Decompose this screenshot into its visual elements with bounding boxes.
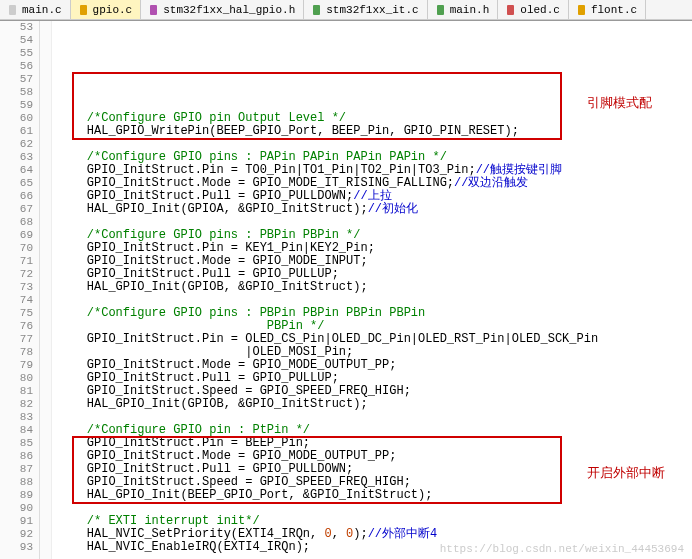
file-icon (577, 5, 587, 15)
line-number: 63 (0, 151, 33, 164)
line-number: 75 (0, 307, 33, 320)
tab-gpio-c[interactable]: gpio.c (71, 0, 142, 19)
tab-oled-c[interactable]: oled.c (498, 0, 569, 19)
line-number: 59 (0, 99, 33, 112)
line-number: 66 (0, 190, 33, 203)
code-line: HAL_GPIO_Init(GPIOB, &GPIO_InitStruct); (58, 281, 692, 294)
line-number: 60 (0, 112, 33, 125)
svg-rect-2 (150, 5, 157, 15)
file-icon (79, 5, 89, 15)
tab-label: stm32f1xx_it.c (326, 4, 418, 16)
tab-label: gpio.c (93, 4, 133, 16)
line-number: 89 (0, 489, 33, 502)
annotation-exti: 开启外部中断 (587, 466, 665, 479)
tab-flont-c[interactable]: flont.c (569, 0, 646, 19)
line-number: 80 (0, 372, 33, 385)
line-number: 82 (0, 398, 33, 411)
line-number: 86 (0, 450, 33, 463)
line-number: 62 (0, 138, 33, 151)
line-number: 72 (0, 268, 33, 281)
line-number: 91 (0, 515, 33, 528)
line-number: 76 (0, 320, 33, 333)
line-number-gutter: 5354555657585960616263646566676869707172… (0, 21, 40, 559)
line-number: 67 (0, 203, 33, 216)
line-number: 93 (0, 541, 33, 554)
line-number: 57 (0, 73, 33, 86)
tab-stm32f1xx_it-c[interactable]: stm32f1xx_it.c (304, 0, 427, 19)
svg-rect-0 (9, 5, 16, 15)
file-icon (149, 5, 159, 15)
tab-main-c[interactable]: main.c (0, 0, 71, 19)
file-icon (8, 5, 18, 15)
line-number: 56 (0, 60, 33, 73)
svg-rect-5 (507, 5, 514, 15)
watermark: https://blog.csdn.net/weixin_44453694 (440, 543, 684, 555)
file-icon (506, 5, 516, 15)
line-number: 58 (0, 86, 33, 99)
line-number: 71 (0, 255, 33, 268)
code-line: HAL_GPIO_Init(GPIOA, &GPIO_InitStruct);/… (58, 203, 692, 216)
svg-rect-1 (80, 5, 87, 15)
tab-bar: main.cgpio.cstm32f1xx_hal_gpio.hstm32f1x… (0, 0, 692, 20)
line-number: 79 (0, 359, 33, 372)
line-number: 83 (0, 411, 33, 424)
line-number: 92 (0, 528, 33, 541)
tab-label: oled.c (520, 4, 560, 16)
line-number: 70 (0, 242, 33, 255)
code-line: HAL_GPIO_Init(BEEP_GPIO_Port, &GPIO_Init… (58, 489, 692, 502)
svg-rect-3 (313, 5, 320, 15)
line-number: 84 (0, 424, 33, 437)
svg-rect-4 (437, 5, 444, 15)
line-number: 77 (0, 333, 33, 346)
line-number: 85 (0, 437, 33, 450)
line-number: 69 (0, 229, 33, 242)
line-number: 54 (0, 34, 33, 47)
svg-rect-6 (578, 5, 585, 15)
line-number: 90 (0, 502, 33, 515)
tab-main-h[interactable]: main.h (428, 0, 499, 19)
fold-bar (40, 21, 52, 559)
file-icon (436, 5, 446, 15)
line-number: 61 (0, 125, 33, 138)
line-number: 73 (0, 281, 33, 294)
line-number: 87 (0, 463, 33, 476)
line-number: 65 (0, 177, 33, 190)
file-icon (312, 5, 322, 15)
line-number: 55 (0, 47, 33, 60)
line-number: 64 (0, 164, 33, 177)
line-number: 53 (0, 21, 33, 34)
tab-label: main.h (450, 4, 490, 16)
line-number: 88 (0, 476, 33, 489)
line-number: 68 (0, 216, 33, 229)
code-line: HAL_GPIO_Init(GPIOB, &GPIO_InitStruct); (58, 398, 692, 411)
tab-label: flont.c (591, 4, 637, 16)
tab-stm32f1xx_hal_gpio-h[interactable]: stm32f1xx_hal_gpio.h (141, 0, 304, 19)
code-editor: 5354555657585960616263646566676869707172… (0, 20, 692, 559)
code-line: HAL_GPIO_WritePin(BEEP_GPIO_Port, BEEP_P… (58, 125, 692, 138)
tab-label: main.c (22, 4, 62, 16)
tab-label: stm32f1xx_hal_gpio.h (163, 4, 295, 16)
annotation-pins: 引脚模式配 (587, 96, 652, 109)
code-area[interactable]: 引脚模式配 开启外部中断 /*Configure GPIO pin Output… (52, 21, 692, 559)
line-number: 74 (0, 294, 33, 307)
line-number: 78 (0, 346, 33, 359)
line-number: 81 (0, 385, 33, 398)
